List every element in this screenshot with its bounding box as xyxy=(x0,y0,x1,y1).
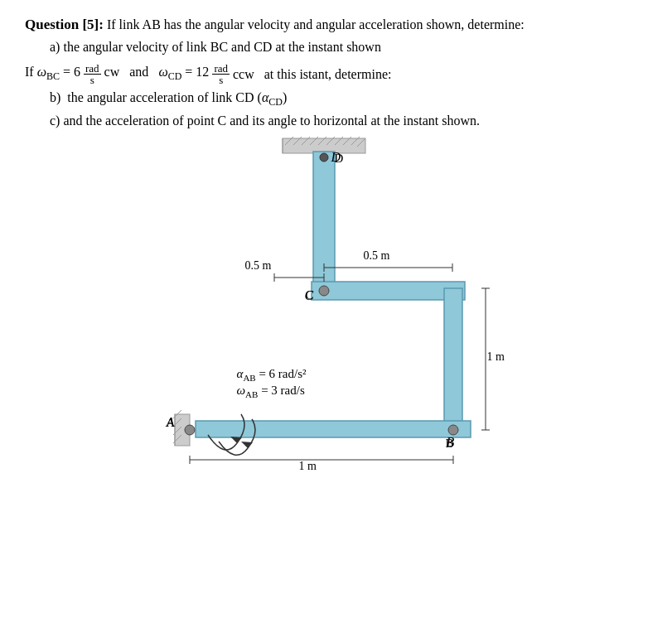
dim-05m-right: 0.5 m xyxy=(364,249,390,263)
sub-item-a: a) the angular velocity of link BC and C… xyxy=(50,40,647,55)
question-intro: If link AB has the angular velocity and … xyxy=(107,17,525,31)
diagram: D C A B 0.5 m 0.5 m 1 m 1 m αAB = 6 rad/… xyxy=(129,137,544,485)
svg-point-15 xyxy=(319,286,329,296)
sub-item-c: c) and the acceleration of point C and i… xyxy=(50,113,647,128)
svg-point-18 xyxy=(448,425,458,435)
svg-rect-14 xyxy=(312,282,465,300)
label-D-text: D xyxy=(331,150,341,165)
svg-rect-16 xyxy=(444,288,462,429)
label-B-text: B xyxy=(447,435,455,450)
svg-point-13 xyxy=(320,153,328,162)
alpha-ab-label: αAB = 6 rad/s² xyxy=(237,367,307,383)
omega-ab-label: ωAB = 3 rad/s xyxy=(237,384,305,399)
question-title: Question [5]: xyxy=(25,17,104,32)
dim-05m-left: 0.5 m xyxy=(245,259,272,273)
label-A-text: A xyxy=(167,415,175,430)
given-line: If ωBC = 6 rad s cw and ωCD = 12 rad s c… xyxy=(25,63,647,85)
svg-rect-17 xyxy=(196,421,471,437)
svg-point-25 xyxy=(185,425,195,435)
dim-1m-bottom: 1 m xyxy=(299,460,317,473)
svg-marker-27 xyxy=(241,442,253,448)
svg-marker-26 xyxy=(230,437,242,443)
label-C-text: C xyxy=(305,288,314,303)
sub-item-b: b) the angular acceleration of link CD (… xyxy=(50,90,647,109)
dim-1m-right: 1 m xyxy=(487,350,505,364)
